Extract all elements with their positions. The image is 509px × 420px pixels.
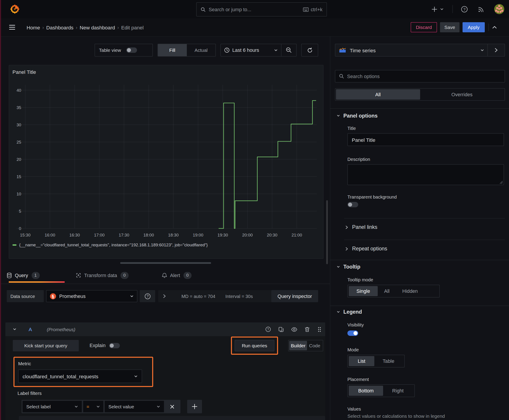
run-queries-button[interactable]: Run queries — [235, 340, 274, 351]
visibility-toggle[interactable] — [347, 330, 358, 336]
add-chevron-down-icon[interactable] — [440, 8, 444, 11]
add-icon[interactable] — [431, 6, 438, 13]
tooltip-hidden-option[interactable]: Hidden — [396, 286, 424, 296]
viz-expand-button[interactable] — [488, 44, 505, 56]
timeseries-chart[interactable]: 051015202530354015:3016:0016:3017:0017:3… — [10, 82, 322, 244]
options-tabs: All Overrides — [335, 88, 505, 101]
mode-table-option[interactable]: Table — [374, 356, 403, 366]
tab-all[interactable]: All — [336, 89, 420, 100]
kickstart-button[interactable]: Kick start your query — [13, 340, 79, 351]
tooltip-section-header[interactable]: Tooltip — [337, 263, 360, 270]
save-button[interactable]: Save — [440, 22, 460, 32]
breadcrumb-dashboards[interactable]: Dashboards — [46, 24, 73, 30]
avatar[interactable] — [494, 4, 504, 14]
operator-dropdown[interactable]: = — [83, 400, 104, 412]
tab-transform[interactable]: Transform data 0 — [76, 269, 129, 281]
metric-select[interactable]: cloudflared_tunnel_total_requests — [18, 369, 142, 383]
breadcrumb-home[interactable]: Home — [27, 24, 40, 30]
description-textarea[interactable] — [347, 164, 504, 185]
viz-picker: Time series — [335, 44, 505, 57]
collapse-chevron-up-icon[interactable] — [492, 26, 497, 29]
legend-title: Legend — [343, 309, 362, 315]
scrollbar-thumb[interactable] — [326, 200, 328, 264]
panel-links-section-header[interactable]: Panel links — [345, 224, 377, 231]
section-divider — [330, 108, 509, 109]
code-option[interactable]: Code — [307, 341, 322, 351]
repeat-options-section-header[interactable]: Repeat options — [345, 245, 387, 252]
description-label: Description — [347, 157, 370, 162]
transparent-bg-toggle[interactable] — [347, 202, 358, 207]
duplicate-query-icon[interactable] — [279, 327, 284, 332]
svg-text:21:00: 21:00 — [291, 233, 302, 237]
query-row-header[interactable]: A (Prometheus) ? — [5, 322, 325, 336]
discard-button[interactable]: Discard — [411, 22, 437, 32]
viz-picker-button[interactable]: Time series — [335, 44, 487, 56]
menu-icon[interactable] — [9, 25, 15, 30]
add-filter-button[interactable] — [187, 400, 202, 413]
metric-chevron-down-icon — [134, 375, 138, 378]
tab-alert[interactable]: Alert 0 — [162, 269, 192, 281]
repeat-options-chevron-icon — [345, 247, 348, 251]
news-rss-icon[interactable] — [477, 6, 485, 13]
remove-filter-button[interactable] — [164, 400, 180, 412]
tab-query[interactable]: Query 1 — [7, 269, 39, 281]
query-ref-id[interactable]: A — [29, 326, 32, 332]
drag-handle-icon[interactable] — [318, 327, 321, 332]
breadcrumb-new-dashboard[interactable]: New dashboard — [80, 24, 115, 30]
legend-section-header[interactable]: Legend — [337, 308, 362, 316]
toggle-visibility-icon[interactable] — [291, 327, 297, 332]
explain-label: Explain — [90, 343, 106, 348]
options-chevron-right-icon[interactable] — [163, 294, 166, 298]
editor-footer-strip — [19, 416, 325, 420]
select-value-placeholder: Select value — [108, 404, 157, 409]
tab-alert-count: 0 — [183, 272, 191, 279]
explain-toggle[interactable] — [109, 343, 120, 348]
placement-bottom-option[interactable]: Bottom — [349, 386, 383, 396]
refresh-button[interactable] — [301, 44, 318, 57]
query-collapse-chevron-icon[interactable] — [13, 328, 17, 331]
apply-button[interactable]: Apply — [463, 22, 485, 32]
tooltip-single-option[interactable]: Single — [349, 286, 378, 296]
svg-text:?: ? — [463, 7, 465, 11]
time-range-picker[interactable]: Last 6 hours — [221, 44, 281, 56]
actual-option[interactable]: Actual — [187, 44, 215, 56]
panel-title[interactable]: Panel Title — [13, 69, 36, 75]
panel-options-section-header[interactable]: Panel options — [337, 112, 378, 120]
global-search-input[interactable]: Search or jump to... ctrl+k — [196, 2, 327, 17]
grafana-logo-icon[interactable] — [9, 4, 20, 15]
select-value-dropdown[interactable]: Select value — [104, 400, 164, 412]
tooltip-title: Tooltip — [343, 264, 360, 270]
placement-right-option[interactable]: Right — [383, 386, 413, 396]
tab-overrides[interactable]: Overrides — [420, 89, 504, 100]
tab-query-label: Query — [15, 273, 28, 278]
select-label-dropdown[interactable]: Select label — [22, 400, 82, 412]
table-view-toggle[interactable] — [126, 48, 137, 53]
svg-text:25: 25 — [17, 140, 21, 144]
title-input[interactable]: Panel Title — [347, 133, 504, 146]
bell-icon — [162, 272, 167, 278]
viz-chevron-down-icon — [480, 48, 484, 52]
top-nav: Search or jump to... ctrl+k ? — [0, 0, 509, 19]
query-inspector-button[interactable]: Query inspector — [271, 290, 318, 302]
window-edge — [0, 0, 1, 420]
query-help-icon[interactable]: ? — [265, 326, 271, 332]
help-icon[interactable]: ? — [461, 5, 468, 13]
zoom-out-button[interactable] — [281, 44, 296, 56]
mode-label: Mode — [347, 347, 359, 352]
tooltip-all-option[interactable]: All — [378, 286, 396, 296]
fill-option[interactable]: Fill — [158, 44, 187, 56]
delete-query-icon[interactable] — [305, 327, 310, 332]
builder-option[interactable]: Builder — [289, 341, 307, 351]
time-range-label: Last 6 hours — [232, 48, 274, 53]
legend-series-name[interactable]: {__name__="cloudflared_tunnel_total_requ… — [19, 243, 208, 248]
breadcrumb-separator: › — [40, 25, 46, 30]
actions-divider — [489, 23, 489, 31]
panel-links-title: Panel links — [352, 224, 377, 230]
datasource-picker[interactable]: Prometheus — [46, 290, 137, 302]
datasource-help-button[interactable]: ? — [140, 290, 155, 302]
tooltip-mode-label: Tooltip mode — [347, 277, 373, 283]
resize-handle[interactable] — [120, 262, 211, 264]
options-search[interactable]: Search options — [335, 70, 505, 82]
svg-text:18:30: 18:30 — [168, 233, 179, 237]
mode-list-option[interactable]: List — [349, 356, 374, 366]
